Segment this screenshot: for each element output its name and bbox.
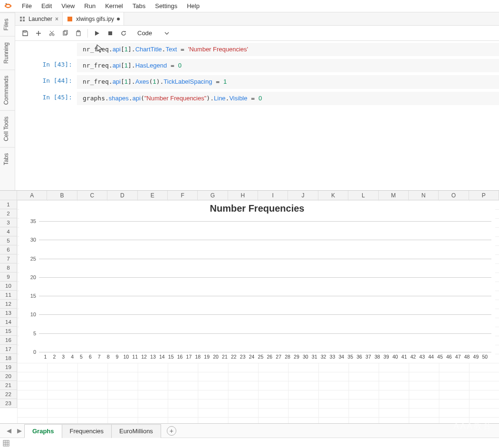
row-header[interactable]: 1	[0, 200, 17, 209]
menu-view[interactable]: View	[57, 0, 79, 11]
column-header[interactable]: B	[47, 191, 77, 200]
row-header[interactable]: 20	[0, 372, 17, 381]
sheet-nav-next-icon[interactable]: ▶	[14, 425, 25, 436]
paste-icon[interactable]	[72, 28, 85, 39]
row-header[interactable]: 14	[0, 318, 17, 327]
sheet-nav-prev-icon[interactable]: ◀	[4, 425, 14, 436]
x-tick: 46	[446, 354, 452, 360]
menu-file[interactable]: File	[17, 0, 37, 11]
close-icon[interactable]: ×	[55, 16, 58, 22]
column-header[interactable]: E	[138, 191, 168, 200]
activity-tab-files[interactable]: Files	[0, 12, 15, 36]
row-header[interactable]: 11	[0, 291, 17, 300]
cell-source[interactable]: nr_freq.api[1].HasLegend = 0	[77, 59, 499, 72]
row-header[interactable]: 23	[0, 399, 17, 408]
row-header[interactable]: 8	[0, 263, 17, 273]
column-header[interactable]: A	[17, 191, 47, 200]
row-header[interactable]: 16	[0, 336, 17, 345]
copy-icon[interactable]	[59, 28, 71, 39]
x-tick: 13	[150, 354, 156, 360]
activity-tab-cell-tools[interactable]: Cell Tools	[0, 110, 15, 147]
y-tick: 30	[30, 237, 36, 243]
row-header[interactable]: 4	[0, 227, 17, 236]
stop-icon[interactable]	[104, 28, 116, 39]
sheet-tab-euromillions[interactable]: EuroMillions	[111, 424, 161, 438]
svg-rect-14	[64, 30, 67, 34]
x-tick: 10	[123, 354, 129, 360]
row-header[interactable]: 15	[0, 327, 17, 336]
row-header[interactable]: 22	[0, 390, 17, 399]
row-header[interactable]: 5	[0, 236, 17, 245]
save-icon[interactable]	[19, 28, 31, 39]
row-header[interactable]: 7	[0, 254, 17, 263]
code-cell[interactable]: In [43]:nr_freq.api[1].HasLegend = 0	[15, 59, 499, 72]
x-tick: 49	[473, 354, 479, 360]
row-header[interactable]: 21	[0, 381, 17, 390]
x-tick: 48	[464, 354, 470, 360]
column-header[interactable]: N	[409, 191, 439, 200]
x-tick: 38	[374, 354, 380, 360]
column-header[interactable]: G	[198, 191, 228, 200]
row-header[interactable]: 3	[0, 218, 17, 227]
activity-tab-running[interactable]: Running	[0, 36, 15, 69]
activity-bar: FilesRunningCommandsCell ToolsTabs	[0, 12, 15, 190]
column-header[interactable]: K	[318, 191, 348, 200]
menu-kernel[interactable]: Kernel	[100, 0, 128, 11]
cell-source[interactable]: nr_freq.api[1].ChartTitle.Text = 'Number…	[77, 43, 499, 56]
row-header[interactable]: 10	[0, 282, 17, 291]
column-header[interactable]: I	[258, 191, 288, 200]
column-header[interactable]: F	[168, 191, 198, 200]
row-header[interactable]: 6	[0, 245, 17, 254]
row-header[interactable]: 2	[0, 209, 17, 218]
status-bar	[0, 438, 499, 448]
row-header[interactable]: 18	[0, 354, 17, 363]
cell-source[interactable]: nr_freq.api[1].Axes(1).TickLabelSpacing …	[77, 75, 499, 88]
menu-run[interactable]: Run	[79, 0, 100, 11]
menu-tabs[interactable]: Tabs	[128, 0, 150, 11]
column-header[interactable]: M	[379, 191, 409, 200]
column-header[interactable]: D	[107, 191, 137, 200]
sheet-tab-frequencies[interactable]: Frequencies	[62, 424, 112, 438]
document-tab[interactable]: xlwings gifs.ipy	[63, 12, 124, 25]
column-header[interactable]: O	[439, 191, 469, 200]
run-icon[interactable]	[91, 28, 103, 39]
row-header[interactable]: 9	[0, 273, 17, 282]
notebook-area[interactable]: nr_freq.api[1].ChartTitle.Text = 'Number…	[15, 41, 499, 190]
jupyter-logo-icon	[3, 1, 13, 11]
select-all-corner[interactable]	[0, 191, 17, 200]
row-header[interactable]: 17	[0, 345, 17, 354]
chart-number-frequencies[interactable]: Number Frequencies 051015202530351234567…	[19, 201, 495, 363]
menu-help[interactable]: Help	[182, 0, 204, 11]
code-cell[interactable]: In [44]:nr_freq.api[1].Axes(1).TickLabel…	[15, 75, 499, 88]
activity-tab-tabs[interactable]: Tabs	[0, 147, 15, 171]
add-cell-icon[interactable]	[32, 28, 45, 39]
code-cell[interactable]: In [45]:graphs.shapes.api("Number Freque…	[15, 92, 499, 105]
row-header[interactable]: 12	[0, 300, 17, 309]
x-tick: 47	[455, 354, 461, 360]
tab-label: Launcher	[29, 16, 52, 22]
row-header[interactable]: 13	[0, 309, 17, 318]
sheet-tab-graphs[interactable]: Graphs	[24, 424, 62, 438]
code-cell[interactable]: nr_freq.api[1].ChartTitle.Text = 'Number…	[15, 43, 499, 56]
grid-cells[interactable]: Number Frequencies 051015202530351234567…	[17, 200, 499, 423]
document-tab[interactable]: Launcher×	[15, 12, 63, 25]
menu-edit[interactable]: Edit	[37, 0, 57, 11]
column-header[interactable]: C	[77, 191, 107, 200]
cell-prompt: In [44]:	[15, 75, 77, 88]
column-header[interactable]: L	[348, 191, 378, 200]
activity-tab-commands[interactable]: Commands	[0, 69, 15, 110]
menu-settings[interactable]: Settings	[150, 0, 182, 11]
restart-icon[interactable]	[117, 28, 130, 39]
x-tick: 30	[303, 354, 308, 360]
cell-source[interactable]: graphs.shapes.api("Number Frequencies").…	[77, 92, 499, 105]
cell-type-select[interactable]: Code	[134, 29, 172, 38]
x-tick: 40	[393, 354, 398, 360]
statusbar-icon	[3, 440, 10, 447]
x-tick: 1	[44, 354, 47, 360]
column-header[interactable]: J	[288, 191, 318, 200]
add-sheet-button[interactable]: +	[167, 426, 176, 436]
cut-icon[interactable]	[46, 28, 58, 39]
row-header[interactable]: 19	[0, 363, 17, 372]
column-header[interactable]: P	[469, 191, 499, 200]
column-header[interactable]: H	[228, 191, 258, 200]
